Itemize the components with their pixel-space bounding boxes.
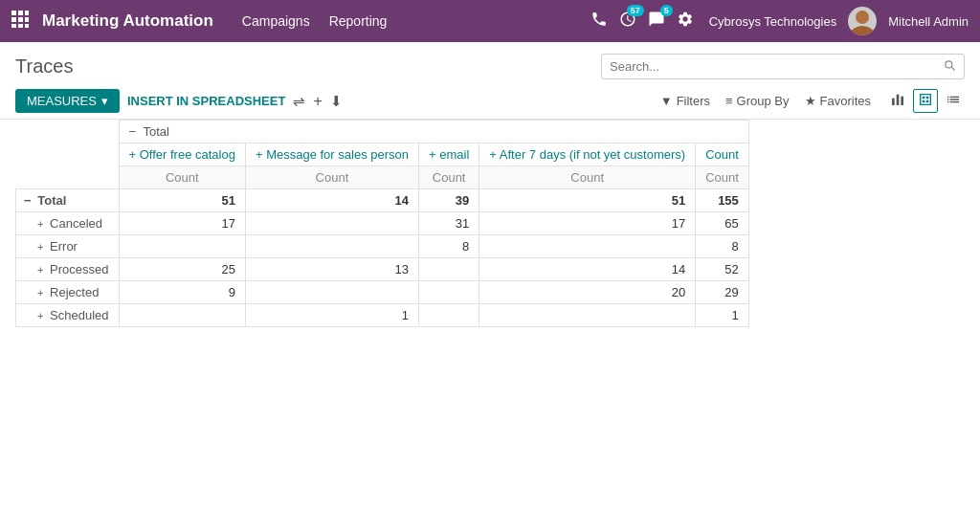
phone-icon[interactable] [590,11,608,32]
filters-button[interactable]: ▼ Filters [660,94,710,108]
svg-rect-1 [18,11,23,15]
scheduled-label: Scheduled [50,308,108,322]
page-header: Traces [0,42,980,83]
user-avatar[interactable] [848,7,877,35]
rejected-label: Rejected [50,285,99,299]
grid-menu-icon[interactable] [11,11,29,32]
scheduled-val-2 [419,304,479,327]
top-navigation: Marketing Automation Campaigns Reporting… [0,0,980,42]
svg-rect-2 [25,11,29,15]
count-header-2: Count [419,166,479,189]
count-header-1: Count [245,166,418,189]
measures-dropdown-icon: ▾ [101,94,108,108]
svg-rect-6 [11,24,16,28]
pivot-col-labels-row: + Offer free catalog + Message for sales… [16,144,749,166]
canceled-expand-icon[interactable]: + [37,218,43,230]
measures-button[interactable]: MEASURES ▾ [15,89,120,113]
table-row-rejected: + Rejected 9 20 29 [16,281,749,304]
row-label-error[interactable]: + Error [16,235,120,258]
scheduled-val-4: 1 [696,304,749,327]
svg-rect-8 [25,24,29,28]
filter-icon: ▼ [660,94,673,108]
toolbar-right: ▼ Filters ≡ Group By ★ Favorites [660,89,965,113]
col-header-3[interactable]: + After 7 days (if not yet customers) [479,144,696,166]
main-menu: Campaigns Reporting [242,10,590,33]
insert-spreadsheet-button[interactable]: INSERT IN SPREADSHEET [127,94,285,108]
scheduled-val-0 [119,304,245,327]
row-label-rejected[interactable]: + Rejected [16,281,120,304]
rejected-val-0: 9 [119,281,245,304]
row-label-canceled[interactable]: + Canceled [16,212,120,235]
search-input[interactable] [610,59,943,74]
table-row-total: − Total 51 14 39 51 155 [16,189,749,212]
error-val-3 [479,235,696,258]
rejected-val-3: 20 [479,281,696,304]
svg-rect-3 [11,17,16,22]
row-label-total[interactable]: − Total [16,189,120,212]
bar-chart-view-button[interactable] [886,89,909,113]
col-header-2[interactable]: + email [419,144,479,166]
pivot-table: − Total + Offer free catalog + Message f… [15,120,749,327]
list-view-button[interactable] [942,89,965,113]
star-icon: ★ [805,94,816,108]
table-row-error: + Error 8 8 [16,235,749,258]
table-row-processed: + Processed 25 13 14 52 [16,258,749,281]
toolbar: MEASURES ▾ INSERT IN SPREADSHEET ⇌ + ⬇ ▼… [0,83,980,120]
app-title: Marketing Automation [42,11,213,31]
favorites-button[interactable]: ★ Favorites [805,94,871,108]
measures-label: MEASURES [27,94,97,108]
count-header-3: Count [479,166,696,189]
total-row-minus-icon[interactable]: − [24,193,32,208]
processed-val-0: 25 [119,258,245,281]
clock-icon[interactable]: 57 [619,11,636,32]
groupby-button[interactable]: ≡ Group By [725,94,790,108]
error-val-1 [245,235,418,258]
svg-rect-7 [18,24,23,28]
error-expand-icon[interactable]: + [37,241,43,253]
menu-campaigns[interactable]: Campaigns [242,10,310,33]
error-val-4: 8 [696,235,749,258]
username: Mitchell Admin [888,14,969,29]
total-val-0: 51 [119,189,245,212]
scheduled-val-3 [479,304,696,327]
total-header-label: Total [144,124,169,139]
row-label-processed[interactable]: + Processed [16,258,120,281]
processed-val-1: 13 [245,258,418,281]
adjust-icon[interactable]: ⇌ [293,93,305,110]
total-row-label: Total [37,193,66,208]
clock-badge: 57 [627,5,644,16]
canceled-val-0: 17 [119,212,245,235]
scheduled-val-1: 1 [245,304,418,327]
favorites-label: Favorites [820,94,871,108]
canceled-val-3: 17 [479,212,696,235]
view-icons [886,89,965,113]
rejected-expand-icon[interactable]: + [37,287,43,298]
total-val-3: 51 [479,189,696,212]
search-bar[interactable] [601,54,965,79]
total-minus-icon[interactable]: − [129,124,137,139]
row-label-scheduled[interactable]: + Scheduled [16,304,120,327]
col-header-1[interactable]: + Message for sales person [245,144,418,166]
error-label: Error [50,239,78,254]
svg-point-9 [856,11,869,24]
company-name: Cybrosys Technologies [709,14,836,29]
chat-badge: 5 [660,5,673,16]
scheduled-expand-icon[interactable]: + [37,310,43,321]
total-val-1: 14 [245,189,418,212]
menu-reporting[interactable]: Reporting [329,10,388,33]
canceled-val-2: 31 [419,212,479,235]
col-header-0[interactable]: + Offer free catalog [119,144,245,166]
processed-expand-icon[interactable]: + [37,264,43,276]
page-container: Traces MEASURES ▾ INSERT IN SPREADSHEET … [0,42,980,530]
chat-icon[interactable]: 5 [648,11,665,32]
canceled-val-4: 65 [696,212,749,235]
settings-icon[interactable] [677,11,694,32]
table-row-canceled: + Canceled 17 31 17 65 [16,212,749,235]
download-icon[interactable]: ⬇ [330,93,343,110]
plus-icon[interactable]: + [313,93,322,110]
pivot-view-button[interactable] [913,89,938,113]
pivot-header-total-row: − Total [16,121,749,144]
count-header-4: Count [696,166,749,189]
rejected-val-4: 29 [696,281,749,304]
svg-rect-4 [18,17,23,22]
